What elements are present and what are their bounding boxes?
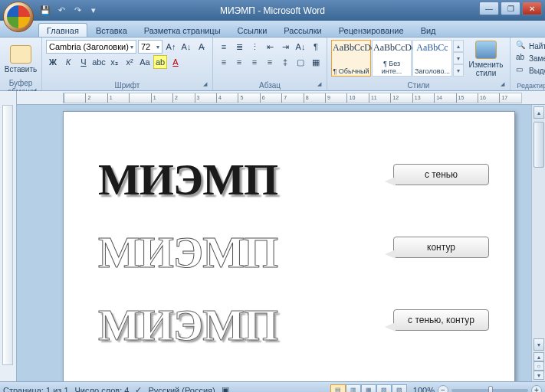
- title-bar: 💾 ↶ ↷ ▾ МИЭМП - Microsoft Word — ❐ ✕: [0, 0, 545, 21]
- view-outline[interactable]: ▧: [376, 384, 392, 393]
- office-button[interactable]: [3, 2, 34, 32]
- status-words[interactable]: Число слов: 4: [75, 386, 130, 393]
- view-draft[interactable]: ▨: [392, 384, 407, 393]
- vertical-ruler[interactable]: [0, 91, 17, 381]
- clear-format-icon[interactable]: A̶: [195, 40, 208, 54]
- group-paragraph: ≡ ≣ ⋮ ⇤ ⇥ A↓ ¶ ≡ ≡ ≡ ≡ ‡ ▢ ▦ Абзац: [213, 38, 327, 90]
- zoom-value[interactable]: 100%: [413, 386, 435, 393]
- style-no-spacing[interactable]: AaBbCcDd¶ Без инте...: [372, 40, 412, 77]
- sort-button[interactable]: A↓: [294, 40, 307, 54]
- save-icon[interactable]: 💾: [38, 4, 52, 18]
- window-title: МИЭМП - Microsoft Word: [220, 5, 325, 16]
- tab-layout[interactable]: Разметка страницы: [136, 23, 229, 37]
- callout-shadow-outline[interactable]: с тенью, контур: [393, 309, 489, 331]
- maximize-button[interactable]: ❐: [501, 2, 520, 15]
- paste-label: Вставить: [5, 65, 37, 74]
- undo-icon[interactable]: ↶: [54, 4, 68, 18]
- sample-outline: МИЭМП: [98, 227, 277, 278]
- minimize-button[interactable]: —: [479, 2, 499, 15]
- qat-more-icon[interactable]: ▾: [87, 4, 100, 18]
- view-web[interactable]: ▦: [361, 384, 376, 393]
- tab-view[interactable]: Вид: [412, 23, 445, 37]
- styles-scroll[interactable]: ▴▾▾: [453, 40, 464, 77]
- status-macro-icon[interactable]: ▣: [222, 385, 229, 392]
- zoom-control: 100% − +: [413, 385, 542, 393]
- horizontal-ruler[interactable]: 21 1234567891011121314151617: [17, 91, 545, 105]
- view-buttons: ▤ ▥ ▦ ▧ ▨: [330, 384, 407, 393]
- group-editing: 🔍Найти ▾ abЗаменить ▭Выделить ▾ Редактир…: [511, 38, 545, 90]
- paste-button[interactable]: Вставить: [4, 40, 38, 78]
- tab-home[interactable]: Главная: [38, 23, 87, 37]
- strike-button[interactable]: abc: [92, 55, 106, 69]
- callout-shadow[interactable]: с тенью: [393, 164, 489, 185]
- style-heading1[interactable]: AaBbCcЗаголово...: [412, 40, 452, 77]
- group-editing-label: Редактирование: [514, 81, 545, 90]
- subscript-button[interactable]: x₂: [107, 55, 121, 69]
- zoom-out-button[interactable]: −: [438, 385, 448, 393]
- status-language[interactable]: Русский (Россия): [148, 386, 215, 393]
- font-color-button[interactable]: A: [169, 55, 182, 69]
- redo-icon[interactable]: ↷: [71, 4, 84, 18]
- group-styles-label: Стили: [331, 80, 506, 90]
- bold-button[interactable]: Ж: [46, 55, 60, 69]
- superscript-button[interactable]: x²: [123, 55, 136, 69]
- align-right-button[interactable]: ≡: [248, 55, 261, 69]
- shading-button[interactable]: ▢: [294, 55, 307, 69]
- status-page[interactable]: Страница: 1 из 1: [3, 386, 69, 393]
- tab-references[interactable]: Ссылки: [229, 23, 276, 37]
- group-paragraph-label: Абзац: [217, 80, 323, 90]
- show-marks-button[interactable]: ¶: [309, 40, 323, 54]
- decrease-indent-button[interactable]: ⇤: [263, 40, 277, 54]
- tab-insert[interactable]: Вставка: [87, 23, 136, 37]
- underline-button[interactable]: Ч: [77, 55, 90, 69]
- align-left-button[interactable]: ≡: [217, 55, 231, 69]
- justify-button[interactable]: ≡: [263, 55, 277, 69]
- group-styles: AaBbCcDd¶ Обычный AaBbCcDd¶ Без инте... …: [327, 38, 511, 90]
- status-bar: Страница: 1 из 1 Число слов: 4 ✓ Русский…: [0, 381, 545, 392]
- select-icon: ▭: [516, 65, 527, 76]
- change-styles-button[interactable]: Изменить стили: [466, 40, 506, 78]
- style-normal[interactable]: AaBbCcDd¶ Обычный: [331, 40, 371, 77]
- increase-indent-button[interactable]: ⇥: [278, 40, 292, 54]
- select-button[interactable]: ▭Выделить ▾: [514, 64, 545, 77]
- highlight-button[interactable]: ab: [153, 55, 167, 69]
- tab-review[interactable]: Рецензирование: [330, 23, 412, 37]
- group-font: Cambria (Заголовки) 72 A↑ A↓ A̶ Ж К Ч ab…: [42, 38, 213, 90]
- paste-icon: [10, 45, 31, 64]
- sample-shadow: МИЭМП: [98, 154, 277, 205]
- zoom-in-button[interactable]: +: [531, 385, 542, 393]
- view-print-layout[interactable]: ▤: [330, 384, 346, 393]
- vertical-scrollbar[interactable]: ▴ ▾ ▴○▾: [531, 105, 545, 381]
- scroll-down-icon[interactable]: ▾: [534, 338, 544, 351]
- view-full-reading[interactable]: ▥: [346, 384, 361, 393]
- change-case-button[interactable]: Aa: [138, 55, 152, 69]
- line-spacing-button[interactable]: ‡: [278, 55, 292, 69]
- italic-button[interactable]: К: [61, 55, 75, 69]
- replace-icon: ab: [516, 53, 527, 64]
- numbering-button[interactable]: ≣: [232, 40, 246, 54]
- callout-outline[interactable]: контур: [393, 237, 489, 258]
- status-proofing-icon[interactable]: ✓: [135, 385, 142, 392]
- browse-nav[interactable]: ▴○▾: [534, 352, 544, 380]
- font-name-combo[interactable]: Cambria (Заголовки): [46, 40, 136, 54]
- bullets-button[interactable]: ≡: [217, 40, 231, 54]
- styles-gallery: AaBbCcDd¶ Обычный AaBbCcDd¶ Без инте... …: [331, 40, 464, 77]
- find-button[interactable]: 🔍Найти ▾: [514, 40, 545, 52]
- change-styles-icon: [475, 41, 497, 59]
- zoom-slider[interactable]: [451, 389, 528, 392]
- grow-font-icon[interactable]: A↑: [164, 40, 178, 54]
- align-center-button[interactable]: ≡: [232, 55, 246, 69]
- tab-mailings[interactable]: Рассылки: [275, 23, 330, 37]
- scroll-thumb[interactable]: [534, 122, 544, 168]
- shrink-font-icon[interactable]: A↓: [179, 40, 193, 54]
- replace-button[interactable]: abЗаменить: [514, 52, 545, 64]
- close-button[interactable]: ✕: [522, 2, 542, 15]
- scroll-up-icon[interactable]: ▴: [534, 106, 544, 119]
- change-styles-label: Изменить стили: [468, 60, 503, 77]
- ribbon-tabs: Главная Вставка Разметка страницы Ссылки…: [0, 21, 545, 38]
- document-viewport[interactable]: МИЭМП МИЭМП МИЭМП с тенью контур с тенью…: [17, 105, 545, 381]
- multilevel-button[interactable]: ⋮: [248, 40, 261, 54]
- borders-button[interactable]: ▦: [309, 55, 323, 69]
- font-size-combo[interactable]: 72: [138, 40, 163, 54]
- page: МИЭМП МИЭМП МИЭМП с тенью контур с тенью…: [63, 111, 515, 381]
